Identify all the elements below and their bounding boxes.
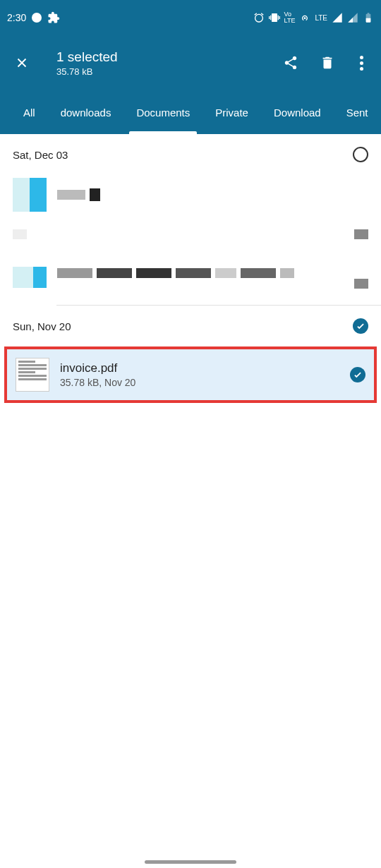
select-all-section-2[interactable] xyxy=(353,318,368,334)
select-all-section-1[interactable] xyxy=(353,147,368,162)
battery-icon xyxy=(363,12,374,23)
tab-documents[interactable]: Documents xyxy=(123,90,202,134)
tab-all[interactable]: All xyxy=(11,90,48,134)
lte-label: LTE xyxy=(315,14,327,22)
file-row-redacted-1[interactable] xyxy=(0,169,381,220)
extension-icon xyxy=(47,11,60,24)
file-row-redacted-2[interactable] xyxy=(0,220,381,248)
tab-download[interactable]: Download xyxy=(261,90,334,134)
file-row-redacted-3[interactable] xyxy=(0,248,381,298)
redacted-marker xyxy=(354,279,368,289)
close-button[interactable] xyxy=(14,55,42,71)
file-name: invoice.pdf xyxy=(60,361,339,375)
document-thumbnail xyxy=(16,358,49,392)
section-date-1: Sat, Dec 03 xyxy=(13,149,68,161)
hotspot-icon xyxy=(299,12,310,23)
app-bar: 1 selected 35.78 kB xyxy=(0,35,381,90)
status-bar: 2:30 VoLTE LTE xyxy=(0,0,381,35)
home-indicator[interactable] xyxy=(145,860,236,864)
file-row-invoice[interactable]: invoice.pdf 35.78 kB, Nov 20 xyxy=(4,346,377,403)
date-header-2: Sun, Nov 20 xyxy=(0,306,381,341)
signal2-icon xyxy=(347,12,358,23)
tab-bar: All downloads Documents Private Download… xyxy=(0,90,381,134)
status-time: 2:30 xyxy=(7,12,26,23)
file-thumbnail xyxy=(13,267,47,288)
volte-icon: VoLTE xyxy=(284,11,296,24)
signal-icon xyxy=(332,12,343,23)
tab-private[interactable]: Private xyxy=(202,90,261,134)
file-selected-check[interactable] xyxy=(350,367,365,382)
delete-icon[interactable] xyxy=(320,55,335,71)
redacted-content xyxy=(57,188,368,201)
file-thumbnail xyxy=(13,178,47,212)
alarm-icon xyxy=(253,12,265,23)
file-thumbnail xyxy=(13,229,27,239)
file-meta: 35.78 kB, Nov 20 xyxy=(60,377,339,388)
vibrate-icon xyxy=(269,12,280,23)
date-header-1: Sat, Dec 03 xyxy=(0,134,381,169)
tab-downloads[interactable]: downloads xyxy=(48,90,124,134)
redacted-marker xyxy=(354,229,368,239)
redacted-content xyxy=(57,268,344,278)
tab-sent[interactable]: Sent xyxy=(334,90,381,134)
notification-dot-icon xyxy=(32,13,42,23)
share-icon[interactable] xyxy=(283,55,298,71)
more-menu-icon[interactable] xyxy=(356,52,367,74)
section-date-2: Sun, Nov 20 xyxy=(13,320,71,332)
selection-size: 35.78 kB xyxy=(56,66,283,77)
selection-title: 1 selected xyxy=(56,49,283,65)
